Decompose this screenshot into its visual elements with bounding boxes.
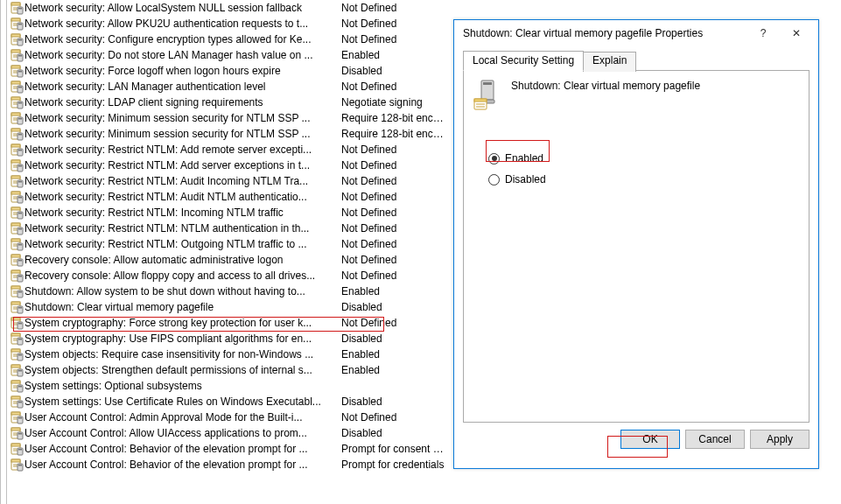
tree-gutter [0,0,7,504]
svg-rect-95 [18,244,22,246]
policy-row[interactable]: Network security: Allow PKU2U authentica… [9,16,445,32]
help-button[interactable]: ? [746,24,780,43]
policy-icon [9,190,25,204]
svg-rect-7 [11,18,20,21]
policy-name: Network security: Restrict NTLM: Add ser… [25,158,340,173]
svg-rect-149 [18,386,22,388]
radio-disabled[interactable]: Disabled [488,169,800,190]
policy-value: Not Defined [340,410,445,425]
policy-value: Not Defined [340,315,445,331]
policy-row[interactable]: System settings: Use Certificate Rules o… [9,394,445,410]
policy-name: Network security: LDAP client signing re… [25,94,340,110]
policy-row[interactable]: Network security: Restrict NTLM: Add rem… [9,142,445,158]
policy-value: Disabled [340,299,445,315]
policy-row[interactable]: System objects: Require case insensitivi… [9,346,445,362]
svg-rect-107 [18,276,22,277]
svg-rect-101 [18,260,22,262]
svg-rect-143 [18,370,22,372]
svg-rect-77 [18,197,22,199]
policy-row[interactable]: Network security: Minimum session securi… [9,110,445,126]
policy-icon [9,95,25,109]
policy-icon [9,332,25,346]
policy-value: Not Defined [340,0,445,16]
policy-row[interactable]: Network security: LAN Manager authentica… [9,79,445,94]
policy-name: User Account Control: Behavior of the el… [25,441,340,457]
policy-value: Not Defined [340,173,445,189]
policy-name: Recovery console: Allow floppy copy and … [25,268,340,284]
policy-row[interactable]: Network security: Restrict NTLM: Outgoin… [9,236,445,252]
svg-rect-73 [11,192,20,194]
radio-enabled-indicator [488,153,500,164]
policy-value: Not Defined [340,205,445,220]
svg-rect-175 [11,459,20,462]
policy-row[interactable]: User Account Control: Behavior of the el… [9,441,445,457]
svg-rect-61 [11,160,20,163]
policy-row[interactable]: Network security: Force logoff when logo… [9,63,445,79]
policy-icon [9,143,25,157]
policy-row[interactable]: Network security: Restrict NTLM: Incomin… [9,205,445,220]
policy-row[interactable]: Network security: Restrict NTLM: Audit N… [9,189,445,205]
policy-row[interactable]: Shutdown: Clear virtual memory pagefileD… [9,299,445,315]
svg-rect-53 [18,134,22,136]
apply-button[interactable]: Apply [750,430,809,449]
policy-row[interactable]: User Account Control: Behavior of the el… [9,457,445,472]
tab-local-security-setting[interactable]: Local Security Setting [463,51,584,71]
policy-value: Disabled [340,425,445,441]
policy-row[interactable]: System cryptography: Force strong key pr… [9,315,445,331]
policy-icon [9,300,25,314]
policy-name: Network security: Restrict NTLM: Audit I… [25,173,340,189]
property-header: Shutdown: Clear virtual memory pagefile [473,80,800,111]
policy-row[interactable]: User Account Control: Allow UIAccess app… [9,425,445,441]
svg-rect-25 [11,66,20,68]
svg-rect-109 [11,286,20,289]
policy-name: User Account Control: Admin Approval Mod… [25,410,340,425]
policy-name: System settings: Use Certificate Rules o… [25,394,340,410]
policy-icon [9,80,25,94]
svg-rect-103 [11,270,20,273]
policy-row[interactable]: Network security: Allow LocalSystem NULL… [9,0,445,16]
policy-row[interactable]: System cryptography: Use FIPS compliant … [9,331,445,346]
radio-enabled[interactable]: Enabled [488,148,800,169]
svg-rect-169 [11,444,20,446]
policy-row[interactable]: Shutdown: Allow system to be shut down w… [9,284,445,299]
policy-row[interactable]: Network security: Restrict NTLM: Audit I… [9,173,445,189]
policy-value: Not Defined [340,252,445,268]
policy-row[interactable]: Network security: Do not store LAN Manag… [9,47,445,63]
policy-row[interactable]: Network security: Restrict NTLM: NTLM au… [9,220,445,236]
policy-icon [9,111,25,125]
policy-name: Network security: Do not store LAN Manag… [25,47,340,63]
cancel-button[interactable]: Cancel [685,430,745,449]
svg-rect-23 [18,55,22,57]
close-button[interactable]: ✕ [780,24,813,43]
policy-list[interactable]: Network security: Allow LocalSystem NULL… [9,0,445,504]
close-icon: ✕ [792,27,801,39]
policy-row[interactable]: Network security: Restrict NTLM: Add ser… [9,158,445,173]
policy-icon [9,316,25,330]
svg-rect-49 [11,129,20,131]
policy-value: Enabled [340,362,445,378]
policy-value: Negotiate signing [340,94,445,110]
policy-row[interactable]: Recovery console: Allow automatic admini… [9,252,445,268]
policy-icon [9,363,25,377]
policy-value: Not Defined [340,32,445,47]
policy-row[interactable]: User Account Control: Admin Approval Mod… [9,410,445,425]
policy-name: Network security: Restrict NTLM: Audit N… [25,189,340,205]
policy-row[interactable]: System settings: Optional subsystems [9,378,445,394]
policy-row[interactable]: Recovery console: Allow floppy copy and … [9,268,445,284]
ok-button[interactable]: OK [620,430,680,449]
policy-row[interactable]: Network security: Configure encryption t… [9,32,445,47]
policy-name: Shutdown: Clear virtual memory pagefile [25,299,340,315]
policy-name: Network security: LAN Manager authentica… [25,79,340,94]
policy-name: Network security: Minimum session securi… [25,110,340,126]
policy-value: Not Defined [340,142,445,158]
svg-rect-155 [18,402,22,403]
policy-icon [9,48,25,62]
svg-rect-83 [18,213,22,214]
policy-row[interactable]: Network security: Minimum session securi… [9,126,445,142]
policy-row[interactable]: System objects: Strengthen default permi… [9,362,445,378]
tab-explain[interactable]: Explain [583,52,636,72]
policy-icon [9,64,25,78]
policy-row[interactable]: Network security: LDAP client signing re… [9,94,445,110]
svg-rect-181 [483,82,492,85]
svg-rect-173 [18,449,22,451]
